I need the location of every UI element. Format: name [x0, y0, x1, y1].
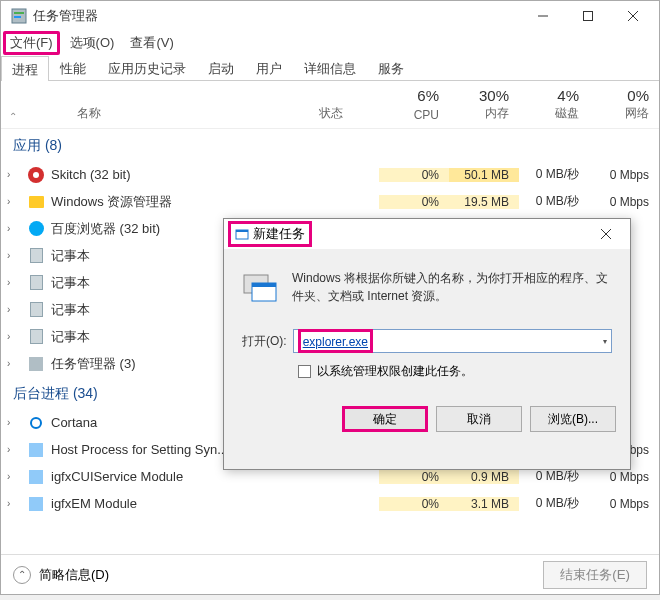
tab-details[interactable]: 详细信息 [293, 55, 367, 80]
disk-cell: 0 MB/秒 [519, 166, 589, 183]
process-name: Windows 资源管理器 [51, 193, 379, 211]
chevron-right-icon[interactable]: › [7, 471, 21, 482]
cancel-button[interactable]: 取消 [436, 406, 522, 432]
memory-cell: 0.9 MB [449, 470, 519, 484]
fewer-details-label[interactable]: 简略信息(D) [39, 566, 109, 584]
process-name: Skitch (32 bit) [51, 167, 379, 182]
expand-all-icon[interactable]: ⌃ [9, 111, 17, 122]
process-row[interactable]: › Skitch (32 bit) 0% 50.1 MB 0 MB/秒 0 Mb… [1, 161, 659, 188]
chevron-right-icon[interactable]: › [7, 444, 21, 455]
notepad-icon [27, 328, 45, 346]
chevron-right-icon[interactable]: › [7, 498, 21, 509]
chevron-right-icon[interactable]: › [7, 277, 21, 288]
igfx-icon [27, 495, 45, 513]
header-name[interactable]: 名称 [77, 105, 101, 122]
skitch-icon [27, 166, 45, 184]
network-cell: 0 Mbps [589, 195, 659, 209]
chevron-right-icon[interactable]: › [7, 169, 21, 180]
tab-startup[interactable]: 启动 [197, 55, 245, 80]
svg-rect-13 [252, 283, 276, 287]
chevron-right-icon[interactable]: › [7, 250, 21, 261]
chevron-right-icon[interactable]: › [7, 417, 21, 428]
chevron-right-icon[interactable]: › [7, 196, 21, 207]
end-task-button[interactable]: 结束任务(E) [543, 561, 647, 589]
window-title: 任务管理器 [33, 7, 520, 25]
folder-icon [27, 193, 45, 211]
maximize-button[interactable] [565, 1, 610, 31]
footer: ⌃ 简略信息(D) 结束任务(E) [1, 554, 659, 594]
cpu-cell: 0% [379, 470, 449, 484]
process-name: igfxCUIService Module [51, 469, 379, 484]
close-button[interactable] [610, 1, 655, 31]
column-headers: ⌃ 名称 状态 6%CPU 30%内存 4%磁盘 0%网络 [1, 81, 659, 129]
cpu-cell: 0% [379, 195, 449, 209]
menu-view[interactable]: 查看(V) [124, 32, 179, 54]
dialog-close-button[interactable] [586, 220, 626, 248]
host-icon [27, 441, 45, 459]
cpu-cell: 0% [379, 168, 449, 182]
chevron-right-icon[interactable]: › [7, 331, 21, 342]
chevron-right-icon[interactable]: › [7, 223, 21, 234]
dialog-icon [235, 227, 249, 241]
svg-rect-2 [14, 16, 21, 18]
baidu-icon [27, 220, 45, 238]
disk-cell: 0 MB/秒 [519, 495, 589, 512]
network-cell: 0 Mbps [589, 168, 659, 182]
network-cell: 0 Mbps [589, 470, 659, 484]
disk-cell: 0 MB/秒 [519, 193, 589, 210]
notepad-icon [27, 247, 45, 265]
admin-checkbox[interactable] [298, 365, 311, 378]
svg-rect-1 [14, 12, 24, 14]
dialog-titlebar: 新建任务 [224, 219, 630, 249]
admin-checkbox-label: 以系统管理权限创建此任务。 [317, 363, 473, 380]
run-dialog: 新建任务 Windows 将根据你所键入的名称，为你打开相应的程序、文件夹、文档… [223, 218, 631, 470]
tab-performance[interactable]: 性能 [49, 55, 97, 80]
minimize-button[interactable] [520, 1, 565, 31]
menubar: 文件(F) 选项(O) 查看(V) [1, 31, 659, 55]
header-cpu[interactable]: 6%CPU [379, 81, 449, 128]
group-apps: 应用 (8) [1, 129, 659, 161]
process-row[interactable]: › Windows 资源管理器 0% 19.5 MB 0 MB/秒 0 Mbps [1, 188, 659, 215]
run-icon [242, 269, 278, 305]
taskmgr-icon [27, 355, 45, 373]
open-label: 打开(O): [242, 333, 287, 350]
memory-cell: 3.1 MB [449, 497, 519, 511]
chevron-right-icon[interactable]: › [7, 358, 21, 369]
header-memory[interactable]: 30%内存 [449, 81, 519, 128]
tab-history[interactable]: 应用历史记录 [97, 55, 197, 80]
igfx-icon [27, 468, 45, 486]
header-network[interactable]: 0%网络 [589, 81, 659, 128]
header-disk[interactable]: 4%磁盘 [519, 81, 589, 128]
tab-users[interactable]: 用户 [245, 55, 293, 80]
dialog-message: Windows 将根据你所键入的名称，为你打开相应的程序、文件夹、文档或 Int… [292, 269, 612, 305]
header-status[interactable]: 状态 [319, 105, 343, 122]
process-row[interactable]: › igfxEM Module 0% 3.1 MB 0 MB/秒 0 Mbps [1, 490, 659, 517]
open-value: explorer.exe [303, 335, 368, 349]
process-name: igfxEM Module [51, 496, 379, 511]
svg-rect-4 [583, 12, 592, 21]
chevron-right-icon[interactable]: › [7, 304, 21, 315]
chevron-down-icon[interactable]: ▾ [603, 337, 607, 346]
ok-button[interactable]: 确定 [342, 406, 428, 432]
memory-cell: 50.1 MB [449, 168, 519, 182]
fewer-details-icon[interactable]: ⌃ [13, 566, 31, 584]
open-combobox[interactable]: explorer.exe ▾ [293, 329, 612, 353]
cortana-icon [27, 414, 45, 432]
tab-processes[interactable]: 进程 [1, 56, 49, 81]
notepad-icon [27, 301, 45, 319]
tab-services[interactable]: 服务 [367, 55, 415, 80]
titlebar: 任务管理器 [1, 1, 659, 31]
cpu-cell: 0% [379, 497, 449, 511]
menu-file[interactable]: 文件(F) [3, 31, 60, 55]
svg-rect-8 [236, 230, 248, 232]
network-cell: 0 Mbps [589, 497, 659, 511]
disk-cell: 0 MB/秒 [519, 468, 589, 485]
dialog-title: 新建任务 [253, 225, 305, 243]
memory-cell: 19.5 MB [449, 195, 519, 209]
browse-button[interactable]: 浏览(B)... [530, 406, 616, 432]
menu-options[interactable]: 选项(O) [64, 32, 121, 54]
tabs: 进程 性能 应用历史记录 启动 用户 详细信息 服务 [1, 55, 659, 81]
app-icon [11, 8, 27, 24]
notepad-icon [27, 274, 45, 292]
